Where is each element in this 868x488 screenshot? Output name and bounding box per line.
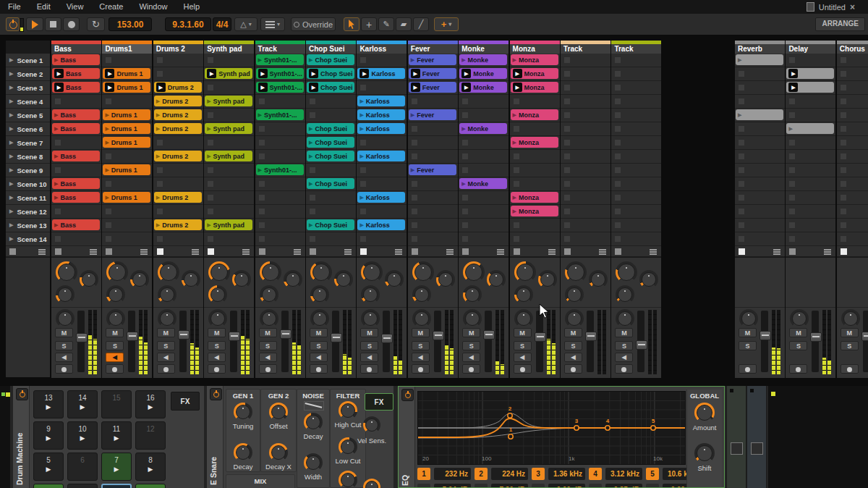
clip-monza[interactable]: ▶Monza [511, 68, 558, 79]
clip-slot[interactable] [611, 205, 661, 219]
clip-slot[interactable] [611, 122, 661, 136]
clip-monke[interactable]: ▶Monke [459, 82, 507, 93]
empty-slot-button[interactable] [412, 209, 417, 214]
clip-slot[interactable]: ▶Karloss [357, 219, 407, 232]
clip-synth01-[interactable]: ▶Synth01-... [256, 164, 304, 175]
fader-handle[interactable] [229, 332, 240, 341]
clip-monza[interactable]: ▶Monza [511, 109, 558, 120]
clip-play-icon[interactable]: ▶ [54, 195, 58, 201]
send-knob-3[interactable] [158, 285, 176, 304]
menu-icon[interactable] [773, 249, 780, 251]
empty-slot-button[interactable] [55, 140, 61, 146]
clip-slot[interactable] [357, 136, 407, 150]
collapsed-device[interactable] [726, 386, 746, 488]
empty-slot-button[interactable] [615, 209, 621, 214]
clip-slot[interactable]: ▶Fever [408, 164, 458, 177]
clip-slot[interactable] [611, 54, 661, 67]
track-header[interactable]: Synth pad [204, 41, 254, 54]
pan-knob[interactable] [158, 309, 176, 328]
drum-pad-11[interactable]: 11▶ [101, 421, 132, 450]
clip-slot[interactable] [611, 67, 661, 81]
knob-tuning[interactable] [234, 403, 252, 421]
track-header[interactable]: Track [611, 41, 661, 54]
volume-fader[interactable] [761, 311, 768, 372]
empty-slot-button[interactable] [615, 126, 621, 132]
scene-play-icon[interactable]: ▶ [9, 209, 13, 214]
empty-slot-button[interactable] [615, 167, 621, 173]
scene-play-icon[interactable]: ▶ [9, 153, 13, 159]
clip-slot[interactable]: ▶ [735, 109, 785, 122]
clip-slot[interactable] [561, 177, 610, 191]
clip-bass[interactable]: ▶Bass [52, 82, 100, 93]
clip-slot[interactable] [735, 191, 785, 205]
clip-synth-pad[interactable]: ▶Synth pad [205, 123, 252, 134]
send-knob-3[interactable] [310, 285, 329, 304]
clip-slot[interactable] [735, 205, 785, 219]
empty-slot-button[interactable] [208, 167, 213, 173]
clip-slot[interactable] [611, 81, 661, 95]
clip-playing-icon[interactable]: ▶ [258, 83, 268, 92]
eq-point-3[interactable] [574, 426, 579, 430]
pan-knob[interactable] [463, 309, 482, 328]
menu-view[interactable]: View [59, 0, 92, 14]
clip-bass[interactable]: ▶Bass [52, 109, 100, 120]
pad-play-icon[interactable]: ▶ [102, 434, 131, 442]
empty-slot-button[interactable] [106, 153, 111, 159]
track-stop-button[interactable] [106, 248, 112, 255]
scene-scene-7[interactable]: ▶Scene 7 [6, 136, 50, 150]
record-arm-button[interactable] [841, 364, 859, 374]
empty-slot-button[interactable] [615, 181, 621, 187]
scene-play-icon[interactable]: ▶ [9, 71, 13, 77]
clip-slot[interactable]: ▶Monke [459, 67, 509, 81]
menu-window[interactable]: Window [131, 0, 175, 14]
clip-slot[interactable] [786, 191, 835, 205]
send-knob-2[interactable] [182, 270, 200, 289]
empty-slot-button[interactable] [564, 85, 570, 91]
record-arm-button[interactable] [360, 364, 378, 374]
clip-slot[interactable] [204, 164, 254, 177]
clip-slot[interactable] [786, 219, 835, 232]
clip-slot[interactable]: ▶Bass [51, 54, 101, 67]
clip-slot[interactable]: ▶Chop Suei [306, 81, 356, 95]
send-knob-3[interactable] [463, 285, 482, 304]
eq-band-gain-4[interactable]: +0.35 dB [605, 484, 642, 488]
clip-play-icon[interactable]: ▶ [156, 222, 160, 228]
clip-slot[interactable] [102, 232, 152, 246]
clip-slot[interactable] [837, 67, 868, 81]
mute-button[interactable]: M [412, 328, 430, 337]
fader-handle[interactable] [760, 331, 771, 340]
clip-playing-icon[interactable]: ▶ [788, 69, 798, 78]
clip-slot[interactable] [153, 205, 203, 219]
volume-fader[interactable] [332, 311, 339, 372]
clip-slot[interactable] [255, 219, 305, 232]
scene-scene-12[interactable]: ▶Scene 12 [6, 205, 50, 219]
pan-knob[interactable] [361, 309, 380, 328]
clip-bass[interactable]: ▶Bass [52, 68, 100, 79]
empty-slot-button[interactable] [157, 71, 163, 77]
empty-slot-button[interactable] [615, 112, 621, 118]
clip-play-icon[interactable]: ▶ [309, 153, 312, 159]
clip-slot[interactable]: ▶Chop Suei [306, 136, 356, 150]
clip-slot[interactable]: ▶Chop Suei [306, 54, 356, 67]
send-knob-1[interactable] [56, 261, 77, 283]
clip-slot[interactable] [255, 177, 305, 191]
solo-button[interactable]: S [360, 341, 378, 350]
clip-drums-1[interactable]: ▶Drums 1 [103, 109, 150, 120]
eq-band-freq-2[interactable]: 224 Hz [491, 468, 528, 480]
drum-pad-3[interactable]: 3▶ [101, 484, 132, 488]
clip-slot[interactable]: ▶Drums 2 [153, 219, 203, 232]
clip-slot[interactable] [735, 177, 785, 191]
clip-slot[interactable] [837, 136, 868, 150]
empty-slot-button[interactable] [615, 236, 621, 242]
empty-slot-button[interactable] [789, 222, 795, 228]
clip-play-icon[interactable]: ▶ [105, 140, 109, 146]
empty-slot-button[interactable] [106, 181, 111, 187]
record-arm-button[interactable] [412, 364, 430, 374]
menu-icon[interactable] [824, 249, 831, 251]
clip-slot[interactable]: ▶Drums 1 [102, 136, 152, 150]
device-title-bar[interactable]: E Snare [207, 386, 224, 488]
clip-playing-icon[interactable]: ▶ [105, 69, 114, 78]
empty-slot-button[interactable] [106, 236, 111, 242]
position-display[interactable]: 9.3.1.60 [165, 17, 211, 31]
send-knob-2[interactable] [284, 270, 302, 289]
